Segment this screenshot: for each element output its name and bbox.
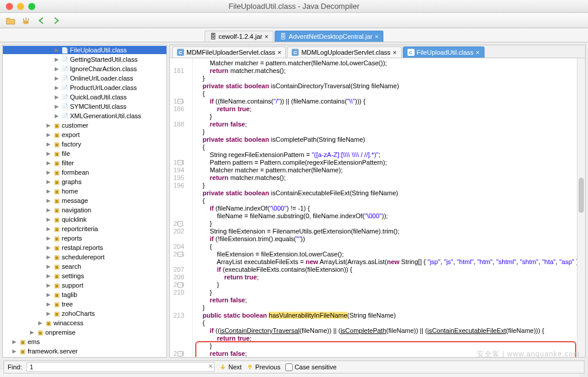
tree-item[interactable]: ▶📄FileUploadUtil.class [3, 46, 166, 54]
fold-icon[interactable]: − [178, 160, 183, 165]
file-tab[interactable]: CFileUploadUtil.class× [403, 46, 485, 58]
tree-toggle-icon[interactable]: ▶ [54, 66, 59, 72]
maximize-window-button[interactable] [28, 3, 35, 10]
tree-toggle-icon[interactable]: ▶ [54, 47, 59, 53]
coffee-icon[interactable] [20, 15, 32, 26]
tree-toggle-icon[interactable]: ▶ [11, 348, 17, 354]
tree-item[interactable]: ▶▣reportcriteria [3, 225, 166, 233]
file-tab[interactable]: CMDMFileUploaderServlet.class× [172, 46, 286, 58]
close-window-button[interactable] [6, 3, 13, 10]
tree-item[interactable]: ▶▣restapi.reports [3, 243, 166, 252]
tree-item[interactable]: ▶▣file [3, 149, 166, 158]
tree-toggle-icon[interactable]: ▶ [45, 235, 51, 241]
minimize-window-button[interactable] [17, 3, 24, 10]
tree-toggle-icon[interactable]: ▶ [45, 273, 51, 279]
tree-item[interactable]: ▼▣mdm [3, 356, 166, 358]
tree-toggle-icon[interactable]: ▶ [54, 75, 59, 81]
tree-toggle-icon[interactable]: ▶ [45, 122, 51, 128]
tree-toggle-icon[interactable]: ▶ [29, 329, 35, 335]
tree-item[interactable]: ▶▣settings [3, 272, 166, 280]
tree-toggle-icon[interactable]: ▶ [45, 169, 51, 175]
file-tab[interactable]: CMDMLogUploaderServlet.class× [287, 46, 401, 58]
close-tab-icon[interactable]: × [375, 34, 379, 40]
close-tab-icon[interactable]: × [476, 49, 479, 56]
tree-item[interactable]: ▶▣support [3, 281, 166, 289]
fold-icon[interactable]: − [178, 221, 183, 226]
vertical-scrollbar[interactable] [577, 58, 585, 357]
tree-item[interactable]: ▶▣taglib [3, 291, 166, 299]
fold-icon[interactable]: − [178, 99, 183, 104]
close-tab-icon[interactable]: × [265, 34, 268, 40]
tree-item[interactable]: ▶📄QuickLoadUtil.class [3, 93, 166, 101]
tree-toggle-icon[interactable]: ▶ [54, 56, 59, 62]
tree-item[interactable]: ▶▣home [3, 187, 166, 195]
tree-item[interactable]: ▶▣quicklink [3, 215, 166, 223]
tree-toggle-icon[interactable]: ▶ [45, 179, 51, 185]
tree-toggle-icon[interactable]: ▶ [45, 198, 51, 203]
case-sensitive-checkbox[interactable] [285, 363, 293, 371]
tree-toggle-icon[interactable]: ▶ [45, 216, 51, 222]
tree-toggle-icon[interactable]: ▶ [54, 85, 59, 91]
tree-toggle-icon[interactable]: ▶ [45, 151, 51, 156]
tree-toggle-icon[interactable]: ▶ [45, 226, 51, 232]
tree-item[interactable]: ▶▣formbean [3, 168, 166, 176]
package-tree[interactable]: ▶📄FileUploadUtil.class▶📄GettingStartedUt… [2, 45, 167, 358]
fold-icon[interactable]: − [178, 252, 183, 257]
tree-item[interactable]: ▶📄GettingStartedUtil.class [3, 55, 166, 64]
tree-item[interactable]: ▶▣message [3, 196, 166, 205]
find-input[interactable] [26, 362, 215, 372]
fold-icon[interactable]: − [178, 282, 183, 288]
archive-tab[interactable]: 🗄AdventNetDesktopCentral.jar× [275, 31, 383, 42]
tree-item[interactable]: ▶▣zohoCharts [3, 309, 166, 318]
tree-item[interactable]: ▶▣winaccess [3, 319, 166, 327]
tree-item[interactable]: ▶▣framework.server [3, 347, 166, 355]
tree-item[interactable]: ▶📄ProductUrlLoader.class [3, 84, 166, 92]
tree-toggle-icon[interactable]: ▶ [54, 113, 59, 119]
case-sensitive-toggle[interactable]: Case sensitive [285, 363, 337, 371]
tree-toggle-icon[interactable]: ▶ [54, 94, 59, 100]
tree-item[interactable]: ▶▣customer [3, 121, 166, 129]
tree-toggle-icon[interactable]: ▶ [45, 245, 51, 251]
tree-toggle-icon[interactable]: ▶ [45, 311, 51, 316]
tree-item[interactable]: ▶▣graphs [3, 178, 166, 186]
tree-item[interactable]: ▶📄XMLGenerationUtil.class [3, 112, 166, 120]
tree-item[interactable]: ▶▣filter [3, 159, 166, 167]
tree-toggle-icon[interactable]: ▶ [45, 207, 51, 213]
tree-toggle-icon[interactable]: ▶ [54, 104, 59, 109]
close-tab-icon[interactable]: × [393, 49, 396, 56]
tree-item[interactable]: ▶▣ems [3, 338, 166, 346]
tree-item[interactable]: ▶▣onpremise [3, 328, 166, 336]
tree-toggle-icon[interactable]: ▶ [45, 132, 51, 138]
tree-item[interactable]: ▶▣export [3, 131, 166, 139]
tree-toggle-icon[interactable]: ▶ [45, 254, 51, 260]
fold-icon[interactable]: − [178, 351, 183, 356]
code-view[interactable]: 181185−186188193−194195196201−202204206−… [170, 58, 585, 357]
tree-item[interactable]: ▶▣search [3, 262, 166, 271]
tree-toggle-icon[interactable]: ▶ [45, 292, 51, 298]
tree-toggle-icon[interactable]: ▶ [45, 282, 51, 288]
tree-toggle-icon[interactable]: ▶ [45, 301, 51, 307]
tree-item[interactable]: ▶▣tree [3, 300, 166, 308]
open-file-button[interactable] [5, 15, 16, 26]
tree-item[interactable]: ▶▣schedulereport [3, 253, 166, 261]
find-next-button[interactable]: Next [219, 363, 242, 371]
tree-item[interactable]: ▶📄SYMClientUtil.class [3, 102, 166, 111]
back-button[interactable] [35, 15, 47, 26]
code-body[interactable]: Matcher matcher = pattern.matcher(fileNa… [193, 58, 585, 357]
tree-item[interactable]: ▶▣reports [3, 234, 166, 242]
close-tab-icon[interactable]: × [278, 49, 281, 56]
tree-toggle-icon[interactable]: ▶ [11, 339, 17, 345]
tree-toggle-icon[interactable]: ▶ [45, 263, 51, 269]
tree-toggle-icon[interactable]: ▶ [45, 160, 51, 166]
tree-toggle-icon[interactable]: ▶ [45, 141, 51, 147]
tree-item[interactable]: ▶▣factory [3, 140, 166, 148]
forward-button[interactable] [51, 15, 62, 26]
archive-tab[interactable]: 🗄cewolf-1.2.4.jar× [205, 31, 273, 42]
tree-toggle-icon[interactable]: ▶ [37, 320, 43, 326]
tree-item[interactable]: ▶📄OnlineUrlLoader.class [3, 74, 166, 82]
tree-toggle-icon[interactable]: ▶ [45, 188, 51, 194]
tree-item[interactable]: ▶▣navigation [3, 206, 166, 214]
clear-find-icon[interactable]: ✕ [208, 363, 213, 369]
find-previous-button[interactable]: Previous [246, 363, 280, 371]
tree-item[interactable]: ▶📄IgnoreCharAction.class [3, 65, 166, 73]
